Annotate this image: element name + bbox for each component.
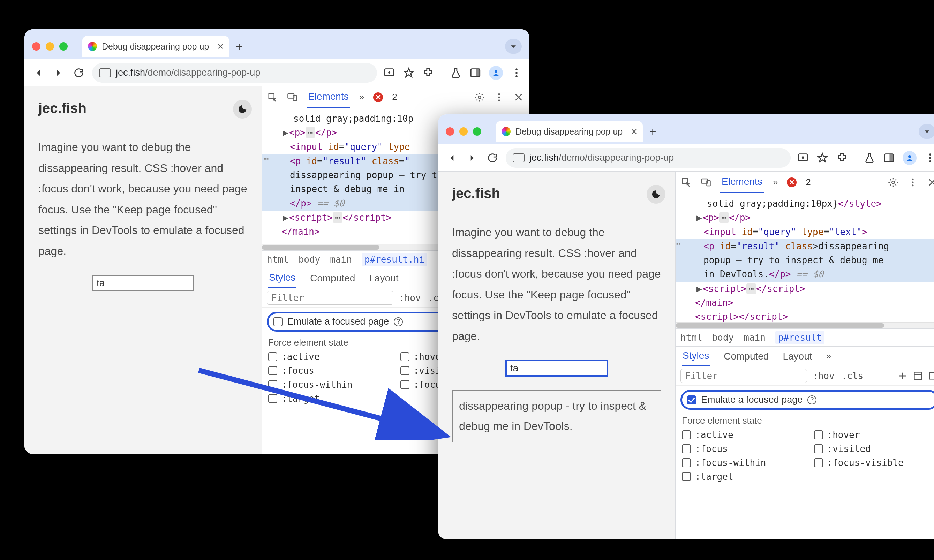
state-focus-within[interactable]: :focus-within	[682, 457, 805, 468]
hov-toggle[interactable]: :hov	[812, 371, 835, 381]
tab-layout[interactable]: Layout	[369, 273, 398, 284]
hov-toggle[interactable]: :hov	[399, 292, 421, 303]
help-icon[interactable]: ?	[808, 395, 817, 405]
state-focus[interactable]: :focus	[682, 443, 805, 454]
state-focus-visible[interactable]: :focus-visible	[814, 457, 934, 468]
new-style-rule-icon[interactable]	[898, 371, 908, 381]
close-tab-icon[interactable]: ×	[217, 40, 223, 52]
bookmark-star-icon[interactable]	[817, 152, 828, 164]
forward-button[interactable]	[465, 151, 479, 165]
computed-styles-icon[interactable]	[913, 371, 923, 381]
gear-icon[interactable]	[888, 177, 899, 188]
more-tabs-button[interactable]: »	[359, 92, 364, 103]
browser-tab[interactable]: Debug disappearing pop up ×	[496, 121, 643, 142]
crumb-html[interactable]: html	[267, 254, 289, 265]
breadcrumb[interactable]: html body main p#result	[675, 328, 934, 346]
labs-flask-icon[interactable]	[450, 67, 462, 79]
state-target[interactable]: :target	[268, 393, 391, 404]
back-button[interactable]	[31, 66, 45, 80]
crumb-selected[interactable]: p#result.hi	[362, 253, 427, 266]
dom-tree[interactable]: solid gray;padding:10px}</style> ▶<p>⋯</…	[675, 193, 934, 322]
kebab-menu-icon[interactable]	[511, 67, 522, 79]
profile-avatar[interactable]	[903, 151, 917, 165]
state-active[interactable]: :active	[682, 429, 805, 440]
close-tab-icon[interactable]: ×	[631, 126, 637, 137]
close-window-icon[interactable]	[32, 42, 40, 51]
maximize-window-icon[interactable]	[473, 127, 481, 135]
tab-styles[interactable]: Styles	[268, 269, 296, 288]
tabs-dropdown-button[interactable]	[919, 124, 934, 139]
close-devtools-icon[interactable]	[927, 177, 934, 188]
query-input[interactable]	[92, 275, 194, 291]
tab-computed[interactable]: Computed	[310, 273, 355, 284]
reload-button[interactable]	[72, 66, 86, 80]
tab-layout[interactable]: Layout	[783, 351, 812, 362]
tab-computed[interactable]: Computed	[724, 351, 769, 362]
gear-icon[interactable]	[474, 92, 485, 103]
error-badge-icon[interactable]: ✕	[373, 92, 383, 102]
new-tab-button[interactable]: +	[646, 125, 660, 138]
side-panel-icon[interactable]	[883, 152, 895, 164]
inspect-element-icon[interactable]	[681, 177, 692, 188]
crumb-selected[interactable]: p#result	[775, 331, 825, 344]
close-window-icon[interactable]	[446, 127, 454, 135]
dom-scrollbar[interactable]: .right .scrollbar-h::after{width:78%}	[675, 322, 934, 328]
emulate-checkbox[interactable]	[274, 317, 283, 326]
rendering-panel-icon[interactable]	[928, 371, 934, 381]
maximize-window-icon[interactable]	[59, 42, 68, 51]
emulate-focused-page-setting[interactable]: Emulate a focused page ?	[680, 390, 934, 410]
theme-toggle-button[interactable]	[233, 100, 252, 118]
styles-filter-input[interactable]	[267, 291, 393, 305]
state-focus-within[interactable]: :focus-within	[268, 379, 391, 390]
site-info-icon[interactable]	[99, 68, 111, 77]
kebab-menu-icon[interactable]	[924, 152, 934, 164]
address-bar[interactable]: jec.fish/demo/disappearing-pop-up	[506, 148, 791, 168]
forward-button[interactable]	[52, 66, 66, 80]
labs-flask-icon[interactable]	[863, 152, 876, 164]
close-devtools-icon[interactable]	[513, 92, 524, 103]
state-target[interactable]: :target	[682, 471, 805, 482]
kebab-menu-icon[interactable]	[494, 92, 504, 103]
tab-elements[interactable]: Elements	[306, 86, 350, 108]
state-focus[interactable]: :focus	[268, 365, 391, 376]
tab-styles[interactable]: Styles	[682, 346, 710, 366]
crumb-body[interactable]: body	[299, 254, 320, 265]
inspect-element-icon[interactable]	[268, 92, 278, 103]
bookmark-star-icon[interactable]	[403, 67, 415, 79]
theme-toggle-button[interactable]	[646, 185, 665, 204]
extensions-icon[interactable]	[836, 152, 848, 164]
new-tab-button[interactable]: +	[232, 40, 246, 53]
profile-avatar[interactable]	[489, 66, 503, 80]
emulate-checkbox[interactable]	[687, 395, 696, 405]
state-active[interactable]: :active	[268, 351, 391, 362]
install-app-icon[interactable]	[383, 67, 395, 79]
error-badge-icon[interactable]: ✕	[787, 177, 797, 187]
minimize-window-icon[interactable]	[46, 42, 54, 51]
tabs-dropdown-button[interactable]	[505, 39, 522, 54]
side-panel-icon[interactable]	[469, 67, 481, 79]
device-toggle-icon[interactable]	[287, 92, 297, 103]
styles-filter-input[interactable]	[680, 369, 807, 383]
browser-tab[interactable]: Debug disappearing pop up ×	[82, 36, 229, 57]
more-tabs-button[interactable]: »	[773, 177, 778, 188]
address-bar[interactable]: jec.fish/demo/disappearing-pop-up	[92, 63, 377, 83]
state-hover[interactable]: :hover	[814, 429, 934, 440]
kebab-menu-icon[interactable]	[908, 177, 918, 188]
crumb-body[interactable]: body	[712, 332, 734, 343]
crumb-main[interactable]: main	[743, 332, 766, 343]
help-icon[interactable]: ?	[394, 317, 403, 326]
install-app-icon[interactable]	[797, 152, 809, 164]
more-tabs-button[interactable]: »	[826, 351, 831, 362]
crumb-main[interactable]: main	[330, 254, 352, 265]
query-input[interactable]	[506, 360, 607, 376]
reload-button[interactable]	[485, 151, 499, 165]
crumb-html[interactable]: html	[680, 332, 702, 343]
state-visited[interactable]: :visited	[814, 443, 934, 454]
extensions-icon[interactable]	[422, 67, 434, 79]
tab-elements[interactable]: Elements	[720, 171, 764, 193]
cls-toggle[interactable]: .cls	[842, 371, 863, 381]
minimize-window-icon[interactable]	[459, 127, 468, 135]
site-info-icon[interactable]	[513, 154, 525, 163]
back-button[interactable]	[445, 151, 459, 165]
device-toggle-icon[interactable]	[701, 177, 711, 188]
